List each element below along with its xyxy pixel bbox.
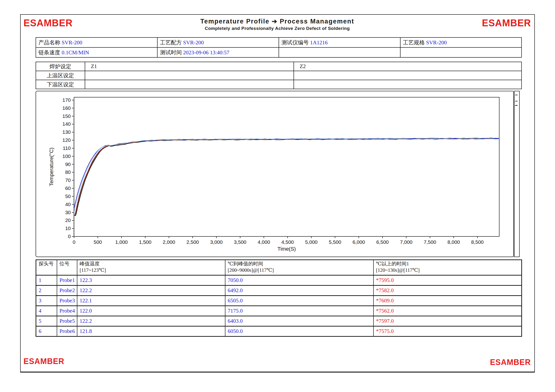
x-tick-label: 0 [73,239,75,245]
header-line1: 探头号 [39,261,57,267]
probe-position: Probe3 [57,296,77,306]
x-tick-label: 5,000 [305,239,318,245]
y-tick-label: 10 [65,226,71,231]
x-tick-label: 6,500 [376,239,389,245]
header-line1: 位号 [59,261,77,267]
peak-temp: 121.8 [77,326,225,336]
lower-zone-row-z2 [294,80,522,89]
time-to-peak: 6492.0 [225,285,373,296]
x-tick-label: 500 [94,239,102,245]
report-page: ESAMBER Temperature Profile ➔ Process Ma… [20,14,535,372]
process-spec-value: SVR-200 [425,40,447,46]
brand-logo-top-left: ESAMBER [21,17,102,29]
probe-row: 4Probe4122.07175.0*7562.0 [36,306,522,316]
x-tick-label: 8,500 [471,239,484,245]
time-to-peak: 6403.0 [225,316,373,326]
y-tick-label: 170 [62,97,71,103]
report-subtitle: Completely and Professionally Achieve Ze… [102,26,453,31]
time-to-peak: 6505.0 [225,296,373,306]
plot-border [74,97,499,236]
y-tick-label: 0 [68,234,71,239]
peak-temp: 122.2 [77,285,225,296]
y-tick-label: 30 [65,210,71,215]
upper-zone-row-label: 上温区设定 [36,71,85,80]
x-tick-label: 7,500 [424,239,436,245]
lower-zone-row-z1 [85,80,294,89]
time-above: *7595.0 [373,275,522,285]
probe-row: 1Probe1122.37050.0*7595.0 [36,275,522,285]
y-tick-label: 160 [62,105,71,111]
brand-logo-bottom-right: ESAMBER [490,357,531,367]
probe-no: 6 [36,326,57,336]
time-above: *7562.0 [373,306,522,316]
header-line2: [120~130s]@[117℃] [376,267,522,273]
y-axis-title: Temperature(°C) [48,148,54,186]
peak-temp: 122.2 [77,316,225,326]
header-line1: ℃到峰值的时间 [228,261,373,267]
y-tick-label: 140 [62,121,71,127]
product-name-value: SVR-200 [60,40,82,46]
temperature-chart: 0102030405060708090100110120130140150160… [36,91,514,257]
y-tick-label: 150 [62,113,71,119]
y-tick-label: 50 [65,193,71,199]
x-tick-label: 4,500 [281,239,294,245]
legend-mark [515,95,518,95]
empty-cell [279,47,400,57]
y-tick-label: 70 [65,177,71,183]
x-tick-label: 2,500 [187,239,199,245]
peak-temp: 122.0 [77,306,225,316]
tester-id-label: 测试仪编号 [281,40,309,46]
chain-speed-value: 0.1CM/MIN [60,50,89,56]
probe3-curve [74,138,499,216]
results-header-3: ℃到峰值的时间[200~9000s]@[117℃] [225,260,373,275]
recipe-label: 工艺配方 [160,40,182,46]
x-tick-label: 4,000 [258,239,270,245]
legend-strip [514,91,520,257]
y-tick-label: 20 [65,217,71,223]
x-tick-label: 5,500 [329,239,342,245]
lower-zone-row: 下温区设定 [36,80,522,89]
x-tick-label: 1,000 [115,239,128,245]
upper-zone-row: 上温区设定 [36,71,522,80]
tester-id: 测试仪编号 1A1216 [279,37,400,47]
test-time-label: 测试时间 [160,50,182,56]
x-tick-label: 3,000 [210,239,223,245]
y-tick-label: 40 [65,202,71,207]
header-line1: ℃以上的时间1 [376,261,522,267]
time-above: *7609.0 [373,296,522,306]
probe-row: 3Probe3122.16505.0*7609.0 [36,296,522,306]
results-header-2: 峰值温度[117~123℃] [77,260,225,275]
oven-settings-table: 焊炉设定Z1Z2上温区设定下温区设定 [36,62,522,89]
probe-position: Probe1 [57,275,77,285]
y-tick-label: 130 [62,129,71,135]
brand-logo-top-right: ESAMBER [453,17,534,29]
probe-no: 2 [36,285,57,296]
x-tick-label: 6,000 [353,239,365,245]
y-tick-label: 60 [65,185,71,191]
header-line2: [117~123℃] [80,267,225,273]
x-tick-label: 2,000 [163,239,175,245]
probe-position: Probe2 [57,285,77,296]
results-header-0: 探头号 [36,260,57,275]
legend-mark [515,101,518,101]
process-spec-label: 工艺规格 [403,40,425,46]
process-spec: 工艺规格 SVR-200 [400,37,522,47]
x-tick-label: 1,500 [139,239,152,245]
probe-no: 4 [36,306,57,316]
lower-zone-row-label: 下温区设定 [36,80,85,89]
probe2-curve [74,138,499,213]
oven-setting-row-z2: Z2 [294,62,522,71]
time-to-peak: 6050.0 [225,326,373,336]
probe4-curve [74,138,499,216]
test-time-value: 2023-09-06 13:40:57 [182,50,229,56]
time-to-peak: 7175.0 [225,306,373,316]
x-tick-label: 3,500 [234,239,247,245]
y-tick-label: 80 [65,169,71,175]
recipe: 工艺配方 SVR-200 [157,37,279,47]
probe-no: 5 [36,316,57,326]
probe-row: 6Probe6121.86050.0*7575.0 [36,326,522,336]
upper-zone-row-z2 [294,71,522,80]
oven-setting-row: 焊炉设定Z1Z2 [36,62,522,71]
header-line2: [200~9000s]@[117℃] [228,267,373,273]
probe1-curve [74,138,499,209]
